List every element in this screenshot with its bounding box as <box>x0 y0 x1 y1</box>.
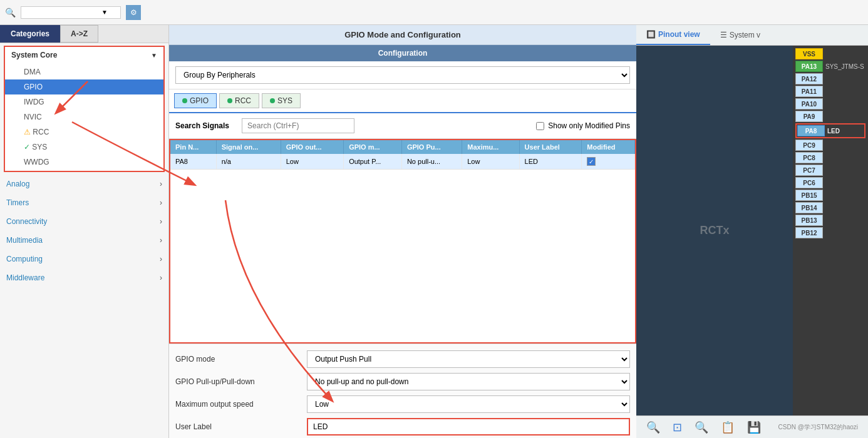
pin-box-pb12[interactable]: PB12 <box>795 227 823 238</box>
table-header-row: Pin N... Signal on... GPIO out... GPIO m… <box>170 140 635 154</box>
search-input[interactable] <box>24 8 99 17</box>
config-select-max-speed[interactable]: Low <box>307 395 630 413</box>
system-core-header[interactable]: System Core ▼ <box>5 47 163 63</box>
peripheral-tab-gpio[interactable]: GPIO <box>174 93 217 108</box>
config-select-gpio-mode[interactable]: Output Push Pull <box>307 350 630 368</box>
gpio-table-container: Pin N... Signal on... GPIO out... GPIO m… <box>169 139 636 344</box>
pin-item-pa13[interactable]: PA13 SYS_JTMS-S <box>795 61 865 72</box>
tab-system-view[interactable]: ☰ System v <box>710 25 770 45</box>
pin-item-pb13[interactable]: PB13 <box>795 215 865 226</box>
pin-box-pb15[interactable]: PB15 <box>795 190 823 201</box>
timers-chevron: › <box>160 198 162 207</box>
pin-item-pc9[interactable]: PC9 <box>795 140 865 151</box>
tab-atoz[interactable]: A->Z <box>60 25 98 43</box>
pin-box-vss[interactable]: VSS <box>795 48 823 59</box>
pin-box-pa11[interactable]: PA11 <box>795 86 823 97</box>
pin-item-pc8[interactable]: PC8 <box>795 152 865 163</box>
pin-item-pc7[interactable]: PC7 <box>795 165 865 176</box>
pin-item-pb14[interactable]: PB14 <box>795 202 865 213</box>
search-signals-label: Search Signals <box>175 121 229 130</box>
peripheral-tab-rcc[interactable]: RCC <box>219 93 259 108</box>
sidebar-item-sys[interactable]: SYS <box>5 140 163 155</box>
group-by-select[interactable]: Group By Peripherals <box>175 66 630 84</box>
sidebar-category-multimedia[interactable]: Multimedia › <box>0 231 168 250</box>
gear-button[interactable]: ⚙ <box>126 5 141 20</box>
sidebar-category-middleware[interactable]: Middleware › <box>0 268 168 287</box>
middleware-chevron: › <box>160 273 162 282</box>
pin-box-pc8[interactable]: PC8 <box>795 152 823 163</box>
multimedia-chevron: › <box>160 236 162 245</box>
fit-button[interactable]: ⊡ <box>673 420 682 434</box>
pin-box-pc9[interactable]: PC9 <box>795 140 823 151</box>
center-panel: GPIO Mode and Configuration Configuratio… <box>169 25 636 438</box>
pinout-area: RCTx VSS PA13 SYS_JTMS-S <box>636 46 868 415</box>
credit-label: CSDN @学习STM32的haozi <box>778 423 858 432</box>
pin-box-pa8[interactable]: PA8 <box>797 125 825 136</box>
tab-pinout-view[interactable]: 🔲 Pinout view <box>636 25 710 45</box>
pinout-icon: 🔲 <box>646 30 656 39</box>
pin-item-pb15[interactable]: PB15 <box>795 190 865 201</box>
config-select-pullupdown[interactable]: No pull-up and no pull-down <box>307 373 630 390</box>
pin-item-vss[interactable]: VSS <box>795 48 865 59</box>
pin-box-pa13[interactable]: PA13 <box>795 61 823 72</box>
peripheral-tab-sys[interactable]: SYS <box>262 93 301 108</box>
gear-icon: ⚙ <box>130 8 137 17</box>
pin-box-pa9[interactable]: PA9 <box>795 111 823 122</box>
sidebar-item-rcc[interactable]: RCC <box>5 125 163 140</box>
pin-box-pc6[interactable]: PC6 <box>795 177 823 188</box>
save-button[interactable]: 💾 <box>747 420 761 434</box>
connectivity-chevron: › <box>160 217 162 226</box>
tab-categories[interactable]: Categories <box>0 25 60 43</box>
pin-item-pa8[interactable]: PA8 LED <box>795 123 865 138</box>
cell-gpio-mode: Output P... <box>344 154 402 170</box>
pin-box-pa12[interactable]: PA12 <box>795 73 823 84</box>
sidebar-tabs: Categories A->Z <box>0 25 168 43</box>
dropdown-chevron[interactable]: ▼ <box>101 9 108 16</box>
pin-item-pa11[interactable]: PA11 <box>795 86 865 97</box>
user-label-input[interactable] <box>307 418 630 435</box>
analog-chevron: › <box>160 180 162 188</box>
group-by-row: Group By Peripherals <box>169 61 636 89</box>
pin-label-pa13: SYS_JTMS-S <box>825 63 864 70</box>
modified-pins-label: Show only Modified Pins <box>548 121 630 130</box>
col-modified: Modified <box>582 140 635 154</box>
sidebar-item-gpio[interactable]: GPIO <box>5 79 163 94</box>
pin-item-pa9[interactable]: PA9 <box>795 111 865 122</box>
pin-item-pc6[interactable]: PC6 <box>795 177 865 188</box>
col-pin: Pin N... <box>170 140 216 154</box>
pin-item-pa10[interactable]: PA10 <box>795 98 865 109</box>
system-core-chevron: ▼ <box>151 52 157 59</box>
sidebar-category-computing[interactable]: Computing › <box>0 250 168 268</box>
pin-box-pc7[interactable]: PC7 <box>795 165 823 176</box>
system-view-icon: ☰ <box>720 31 727 39</box>
pin-box-pb13[interactable]: PB13 <box>795 215 823 226</box>
pin-item-pb12[interactable]: PB12 <box>795 227 865 238</box>
sidebar-item-wwdg[interactable]: WWDG <box>5 155 163 170</box>
config-bar: Configuration <box>169 45 636 61</box>
right-panel: 🔲 Pinout view ☰ System v RCTx VSS <box>636 25 868 438</box>
rcc-dot <box>227 98 232 103</box>
col-max: Maximu... <box>462 140 519 154</box>
modified-pins-checkbox[interactable] <box>536 122 544 130</box>
modified-pins-container: Show only Modified Pins <box>536 121 630 130</box>
table-row[interactable]: PA8 n/a Low Output P... No pull-u... Low… <box>170 154 635 170</box>
sidebar-category-analog[interactable]: Analog › <box>0 175 168 193</box>
search-signals-row: Search Signals Show only Modified Pins <box>169 113 636 139</box>
copy-button[interactable]: 📋 <box>721 420 735 434</box>
config-label-user-label: User Label <box>175 419 301 435</box>
system-core-section: System Core ▼ DMA GPIO IWDG NVIC RCC SYS… <box>4 46 165 172</box>
zoom-out-button[interactable]: 🔍 <box>695 420 708 434</box>
search-signals-input[interactable] <box>242 118 354 133</box>
sidebar-item-dma[interactable]: DMA <box>5 64 163 79</box>
zoom-in-button[interactable]: 🔍 <box>646 420 660 434</box>
pin-item-pa12[interactable]: PA12 <box>795 73 865 84</box>
sidebar-category-connectivity[interactable]: Connectivity › <box>0 212 168 231</box>
sidebar-item-iwdg[interactable]: IWDG <box>5 94 163 109</box>
sidebar-category-timers[interactable]: Timers › <box>0 193 168 212</box>
pin-box-pa10[interactable]: PA10 <box>795 98 823 109</box>
sidebar-item-nvic[interactable]: NVIC <box>5 109 163 125</box>
col-gpio-mode: GPIO m... <box>344 140 402 154</box>
col-signal: Signal on... <box>216 140 281 154</box>
pin-box-pb14[interactable]: PB14 <box>795 202 823 213</box>
chip-visual: RCTx <box>636 46 793 415</box>
